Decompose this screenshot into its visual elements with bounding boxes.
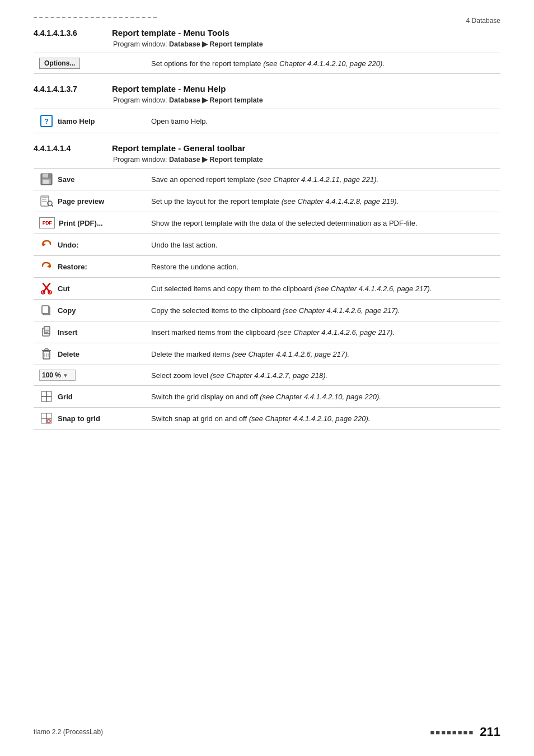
desc-cell: Set options for the report template (see… (146, 53, 500, 74)
undo-icon-label: Undo: (39, 239, 140, 251)
icon-cell-grid: Grid (34, 386, 146, 408)
page: 4 Database 4.4.1.4.1.3.6 Report template… (0, 0, 534, 756)
svg-rect-20 (45, 330, 49, 332)
section-title-4416: Report template - Menu Tools (112, 28, 229, 38)
icon-cell-restore: Restore: (34, 256, 146, 278)
desc-cell-delete: Delete the marked items (see Chapter 4.4… (146, 343, 500, 365)
icon-cell: ? tiamo Help (34, 109, 146, 133)
desc-cell-insert: Insert marked items from the clipboard (… (146, 321, 500, 343)
preview-icon-label: Page preview (39, 195, 140, 207)
table-row-save: Save Save an opened report template (see… (34, 169, 500, 190)
svg-rect-17 (42, 306, 49, 314)
delete-icon (39, 348, 54, 360)
copy-icon (39, 304, 54, 316)
table-row-zoom: 100 % ▼ Select zoom level (see Chapter 4… (34, 365, 500, 386)
page-preview-icon (39, 195, 54, 207)
table-44114: Save Save an opened report template (see… (34, 168, 500, 430)
restore-icon-label: Restore: (39, 260, 140, 273)
grid-icon (39, 390, 54, 403)
table-row: ? tiamo Help Open tiamo Help. (34, 109, 500, 133)
restore-icon (39, 260, 54, 273)
desc-cell-zoom: Select zoom level (see Chapter 4.4.1.4.2… (146, 365, 500, 386)
delete-icon-label: Delete (39, 348, 140, 360)
desc-cell-preview: Set up the layout for the report templat… (146, 190, 500, 212)
icon-cell-snap: Snap to grid (34, 408, 146, 430)
cut-icon-label: Cut (39, 282, 140, 295)
pdf-icon-label: PDF Print (PDF)... (39, 217, 140, 229)
desc-cell: Open tiamo Help. (146, 109, 500, 133)
page-number: 211 (480, 725, 500, 739)
table-row-undo: Undo: Undo the last action. (34, 234, 500, 256)
icon-cell-copy: Copy (34, 300, 146, 321)
table-row-copy: Copy Copy the selected items to the clip… (34, 300, 500, 321)
desc-cell-copy: Copy the selected items to the clipboard… (146, 300, 500, 321)
grid-icon-label: Grid (39, 390, 140, 403)
footer-dots: ■■■■■■■■ (430, 728, 474, 736)
section-title-44114: Report template - General toolbar (112, 143, 245, 153)
table-row-restore: Restore: Restore the undone action. (34, 256, 500, 278)
icon-cell-insert: Insert (34, 321, 146, 343)
svg-marker-11 (47, 264, 50, 268)
icon-cell-undo: Undo: (34, 234, 146, 256)
svg-rect-3 (43, 180, 49, 184)
table-4416: Options... Set options for the report te… (34, 53, 500, 74)
insert-icon-label: Insert (39, 326, 140, 338)
icon-cell-save: Save (34, 169, 146, 190)
icon-cell-zoom: 100 % ▼ (34, 365, 146, 386)
svg-rect-24 (45, 349, 48, 351)
table-row-pdf: PDF Print (PDF)... Show the report templ… (34, 212, 500, 234)
options-button[interactable]: Options... (39, 58, 80, 69)
svg-rect-7 (42, 201, 47, 202)
table-row: Options... Set options for the report te… (34, 53, 500, 74)
desc-cell-undo: Undo the last action. (146, 234, 500, 256)
desc-cell-cut: Cut selected items and copy them to the … (146, 278, 500, 300)
desc-cell-save: Save an opened report template (see Chap… (146, 169, 500, 190)
table-row-cut: Cut Cut selected items and copy them to … (34, 278, 500, 300)
table-4417: ? tiamo Help Open tiamo Help. (34, 109, 500, 133)
snap-icon-label: Snap to grid (39, 412, 140, 424)
pdf-icon: PDF (39, 217, 55, 229)
svg-rect-1 (43, 174, 48, 178)
copy-icon-label: Copy (39, 304, 140, 316)
desc-cell-pdf: Show the report template with the data o… (146, 212, 500, 234)
icon-cell: Options... (34, 53, 146, 74)
zoom-icon-label: 100 % ▼ (39, 370, 140, 381)
zoom-dropdown-arrow: ▼ (63, 372, 68, 379)
svg-line-9 (51, 205, 53, 206)
top-decorative-rule (34, 17, 157, 18)
svg-marker-10 (43, 242, 46, 246)
section-program-44114: Program window: Database ▶ Report templa… (113, 155, 500, 164)
tiamo-help-icon-label: ? tiamo Help (39, 115, 140, 127)
desc-cell-snap: Switch snap at grid on and off (see Chap… (146, 408, 500, 430)
table-row-insert: Insert Insert marked items from the clip… (34, 321, 500, 343)
icon-cell-delete: Delete (34, 343, 146, 365)
svg-rect-6 (42, 199, 46, 200)
section-program-4417: Program window: Database ▶ Report templa… (113, 96, 500, 104)
footer-app-name: tiamo 2.2 (ProcessLab) (34, 728, 103, 736)
svg-rect-21 (45, 332, 48, 333)
section-heading-4417: 4.4.1.4.1.3.7 Report template - Menu Hel… (34, 84, 500, 94)
question-icon: ? (39, 115, 54, 127)
table-row-delete: Delete Delete the marked items (see Chap… (34, 343, 500, 365)
snap-to-grid-icon (39, 412, 54, 424)
chapter-label: 4 Database (466, 17, 500, 25)
desc-cell-grid: Switch the grid display on and off (see … (146, 386, 500, 408)
section-heading-44114: 4.4.1.4.1.4 Report template - General to… (34, 143, 500, 153)
desc-cell-restore: Restore the undone action. (146, 256, 500, 278)
cut-icon (39, 282, 54, 295)
section-title-4417: Report template - Menu Help (112, 84, 226, 94)
zoom-control[interactable]: 100 % ▼ (39, 370, 76, 381)
icon-cell-cut: Cut (34, 278, 146, 300)
svg-rect-5 (42, 197, 48, 198)
icon-cell-pdf: PDF Print (PDF)... (34, 212, 146, 234)
icon-cell-preview: Page preview (34, 190, 146, 212)
save-icon (39, 173, 54, 185)
undo-icon (39, 239, 54, 251)
section-heading-4416: 4.4.1.4.1.3.6 Report template - Menu Too… (34, 28, 500, 38)
footer: tiamo 2.2 (ProcessLab) ■■■■■■■■ 211 (34, 725, 500, 739)
table-row-preview: Page preview Set up the layout for the r… (34, 190, 500, 212)
insert-icon (39, 326, 54, 338)
section-program-4416: Program window: Database ▶ Report templa… (113, 40, 500, 48)
table-row-snap: Snap to grid Switch snap at grid on and … (34, 408, 500, 430)
save-icon-label: Save (39, 173, 140, 185)
